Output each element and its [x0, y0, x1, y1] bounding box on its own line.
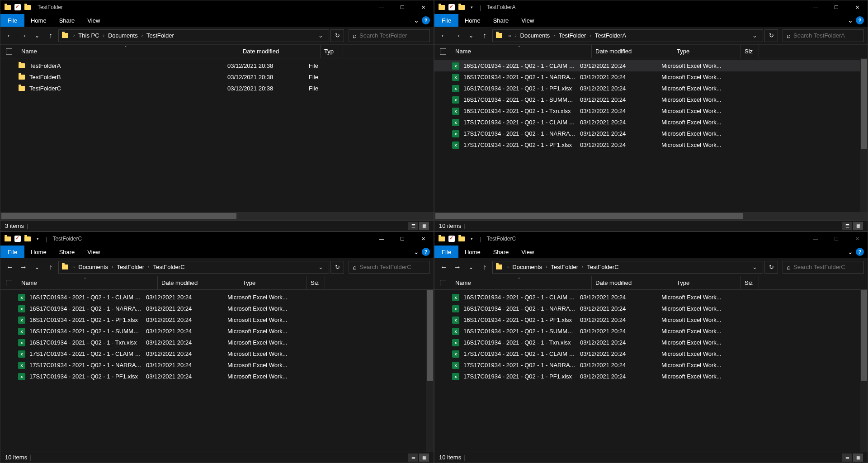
scrollbar-thumb[interactable] [427, 290, 433, 381]
search-box[interactable]: ⌕ [349, 261, 430, 274]
chevron-right-icon[interactable]: › [506, 265, 509, 269]
chevron-down-icon[interactable]: ⌄ [848, 17, 853, 24]
vertical-scrollbar[interactable] [426, 290, 434, 452]
breadcrumb-segment[interactable]: TestFolder [145, 32, 176, 39]
file-row[interactable]: 16S17C01934 - 2021 - Q02 - 1 - NARRATIVE… [434, 71, 868, 83]
file-row[interactable]: 17S17C01934 - 2021 - Q02 - 1 - CLAIM - H… [434, 348, 868, 359]
file-menu[interactable]: File [434, 246, 458, 258]
vertical-scrollbar[interactable] [860, 58, 868, 212]
view-details-button[interactable]: ☰ [842, 454, 852, 462]
column-siz[interactable]: Siz [741, 45, 759, 58]
breadcrumb-dropdown[interactable]: ⌄ [316, 32, 326, 39]
file-row[interactable]: 16S17C01934 - 2021 - Q02 - 1 - SUMMARY .… [434, 326, 868, 337]
file-row[interactable]: 16S17C01934 - 2021 - Q02 - 1 - CLAIM - H… [434, 292, 868, 303]
file-row[interactable]: 16S17C01934 - 2021 - Q02 - 1 - Txn.xlsx0… [434, 105, 868, 117]
recent-dropdown[interactable]: ⌄ [31, 30, 43, 42]
column-type[interactable]: Type [673, 45, 741, 58]
chevron-right-icon[interactable]: › [72, 265, 75, 269]
file-list[interactable]: 16S17C01934 - 2021 - Q02 - 1 - CLAIM - H… [434, 58, 868, 212]
breadcrumb[interactable]: ›This PC›Documents›TestFolder⌄ [58, 29, 329, 42]
ribbon-tab-home[interactable]: Home [24, 246, 53, 258]
forward-button[interactable]: → [452, 261, 463, 273]
up-button[interactable]: ↑ [479, 30, 491, 42]
help-button[interactable]: ? [422, 16, 430, 24]
ribbon-tab-share[interactable]: Share [487, 246, 515, 258]
view-icons-button[interactable]: ▦ [419, 454, 429, 462]
up-button[interactable]: ↑ [479, 261, 491, 273]
minimize-button[interactable]: — [371, 0, 392, 14]
chevron-right-icon[interactable]: › [147, 265, 150, 269]
refresh-button[interactable]: ↻ [330, 29, 344, 42]
forward-button[interactable]: → [18, 261, 29, 273]
refresh-button[interactable]: ↻ [330, 261, 344, 274]
chevron-right-icon[interactable]: › [141, 33, 144, 38]
file-row[interactable]: 16S17C01934 - 2021 - Q02 - 1 - NARRATIVE… [434, 303, 868, 314]
ribbon-tab-share[interactable]: Share [487, 14, 515, 27]
horizontal-scrollbar[interactable] [434, 212, 868, 220]
select-all-checkbox[interactable] [6, 280, 12, 286]
chevron-right-icon[interactable]: › [514, 33, 517, 38]
breadcrumb-dropdown[interactable]: ⌄ [750, 264, 760, 270]
breadcrumb[interactable]: ›Documents›TestFolder›TestFolderC⌄ [492, 261, 763, 274]
back-button[interactable]: ← [4, 30, 16, 42]
file-menu[interactable]: File [0, 14, 24, 27]
maximize-button[interactable]: ☐ [826, 0, 847, 14]
scrollbar-thumb[interactable] [861, 59, 867, 149]
column-name[interactable]: Name˄ [452, 276, 592, 289]
chevron-right-icon[interactable]: › [102, 33, 105, 38]
refresh-button[interactable]: ↻ [764, 29, 778, 42]
qat-dropdown-icon[interactable]: ▾ [468, 4, 475, 11]
ribbon-tab-view[interactable]: View [515, 14, 540, 27]
breadcrumb-dropdown[interactable]: ⌄ [750, 32, 760, 39]
file-row[interactable]: 16S17C01934 - 2021 - Q02 - 1 - Txn.xlsx0… [434, 337, 868, 348]
column-date-modified[interactable]: Date modified [592, 45, 673, 58]
file-list[interactable]: TestFolderA03/12/2021 20:38FileTestFolde… [0, 58, 434, 212]
search-box[interactable]: ⌕ [783, 29, 864, 42]
column-type[interactable]: Type [673, 276, 741, 289]
breadcrumb[interactable]: «›Documents›TestFolder›TestFolderA⌄ [492, 29, 763, 42]
qat-dropdown-icon[interactable]: ▾ [468, 235, 475, 242]
file-row[interactable]: 17S17C01934 - 2021 - Q02 - 1 - PF1.xlsx0… [434, 139, 868, 151]
file-row[interactable]: 17S17C01934 - 2021 - Q02 - 1 - CLAIM - H… [0, 348, 434, 359]
view-details-button[interactable]: ☰ [408, 454, 418, 462]
scrollbar-thumb[interactable] [861, 290, 867, 381]
file-list[interactable]: 16S17C01934 - 2021 - Q02 - 1 - CLAIM - H… [0, 290, 434, 452]
file-list[interactable]: 16S17C01934 - 2021 - Q02 - 1 - CLAIM - H… [434, 290, 868, 452]
search-input[interactable] [359, 32, 426, 39]
column-name[interactable]: Name˄ [452, 45, 592, 58]
maximize-button[interactable]: ☐ [826, 232, 847, 246]
breadcrumb[interactable]: ›Documents›TestFolder›TestFolderC⌄ [58, 261, 329, 274]
maximize-button[interactable]: ☐ [392, 232, 413, 246]
view-details-button[interactable]: ☰ [408, 222, 418, 230]
close-button[interactable]: ✕ [413, 232, 434, 246]
close-button[interactable]: ✕ [847, 232, 868, 246]
help-button[interactable]: ? [856, 16, 864, 24]
file-row[interactable]: 16S17C01934 - 2021 - Q02 - 1 - SUMMARY .… [0, 326, 434, 337]
up-button[interactable]: ↑ [45, 30, 57, 42]
scrollbar-thumb[interactable] [1, 213, 236, 219]
breadcrumb-segment[interactable]: TestFolderC [151, 264, 186, 270]
breadcrumb-dropdown[interactable]: ⌄ [316, 264, 326, 270]
column-date-modified[interactable]: Date modified [239, 45, 321, 58]
file-row[interactable]: 16S17C01934 - 2021 - Q02 - 1 - PF1.xlsx0… [434, 83, 868, 94]
file-row[interactable]: 16S17C01934 - 2021 - Q02 - 1 - NARRATIVE… [0, 303, 434, 314]
file-row[interactable]: 17S17C01934 - 2021 - Q02 - 1 - NARRATIVE… [434, 359, 868, 371]
chevron-down-icon[interactable]: ⌄ [414, 17, 419, 24]
view-icons-button[interactable]: ▦ [853, 454, 863, 462]
recent-dropdown[interactable]: ⌄ [465, 261, 477, 273]
recent-dropdown[interactable]: ⌄ [31, 261, 43, 273]
file-row[interactable]: 16S17C01934 - 2021 - Q02 - 1 - Txn.xlsx0… [0, 337, 434, 348]
breadcrumb-segment[interactable]: Documents [76, 264, 110, 270]
forward-button[interactable]: → [18, 30, 29, 42]
column-siz[interactable]: Siz [741, 276, 759, 289]
column-date-modified[interactable]: Date modified [592, 276, 673, 289]
file-row[interactable]: 17S17C01934 - 2021 - Q02 - 1 - CLAIM - H… [434, 117, 868, 128]
breadcrumb-segment[interactable]: TestFolderA [593, 32, 628, 39]
file-row[interactable]: 16S17C01934 - 2021 - Q02 - 1 - CLAIM - H… [0, 292, 434, 303]
column-siz[interactable]: Siz [307, 276, 325, 289]
view-details-button[interactable]: ☰ [842, 222, 852, 230]
file-row[interactable]: 17S17C01934 - 2021 - Q02 - 1 - PF1.xlsx0… [434, 371, 868, 382]
help-button[interactable]: ? [422, 248, 430, 256]
recent-dropdown[interactable]: ⌄ [465, 30, 477, 42]
file-row[interactable]: 17S17C01934 - 2021 - Q02 - 1 - NARRATIVE… [434, 128, 868, 139]
